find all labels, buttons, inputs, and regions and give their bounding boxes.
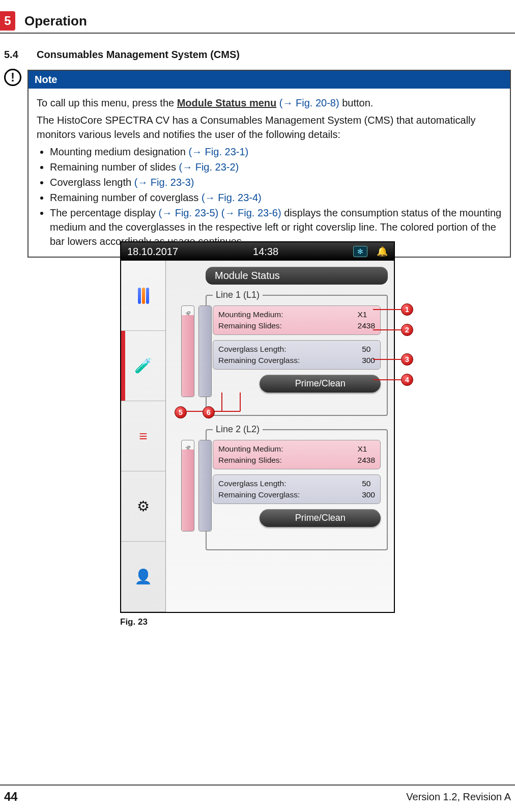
line1-remaining-cg: 300 xyxy=(362,356,375,365)
list-item: Remaining number of slides (→ Fig. 23-2) xyxy=(50,160,502,174)
line2-mm-fill xyxy=(182,450,194,531)
callout-6-lead-h xyxy=(215,411,240,412)
line2-prime-clean-button[interactable]: Prime/Clean xyxy=(260,509,381,527)
line1-mm-value: X1 xyxy=(358,310,375,319)
cg-len-label: Coverglass Length: xyxy=(218,479,355,488)
line2-cg-bar: 100% Coverglass xyxy=(198,440,212,531)
callout-4: 4 xyxy=(401,374,413,386)
user-icon: 👤 xyxy=(132,566,155,588)
callout-2: 2 xyxy=(401,324,413,336)
callout-1-lead xyxy=(373,309,401,310)
mm-name-label: Mounting Medium: xyxy=(218,444,351,454)
callout-5: 5 xyxy=(175,406,187,418)
page-number: 44 xyxy=(4,790,18,804)
screen-date: 18.10.2017 xyxy=(127,246,178,258)
markers-icon xyxy=(132,285,155,307)
section-title: Consumables Management System (CMS) xyxy=(37,49,240,61)
line2-cg-card: Coverglass Length: 50 Remaining Covergla… xyxy=(213,474,381,504)
line2-mm-value: X1 xyxy=(358,444,375,454)
rem-slides-label: Remaining Slides: xyxy=(218,456,351,465)
callout-6: 6 xyxy=(203,406,215,418)
note-intro-pre: To call up this menu, press the xyxy=(37,97,177,108)
line1-prime-clean-button[interactable]: Prime/Clean xyxy=(260,375,381,393)
figure-caption: Fig. 23 xyxy=(120,617,395,627)
line1-cg-length: 50 xyxy=(362,345,375,354)
chapter-number-badge: 5 xyxy=(0,11,15,31)
xref-fig-23-5[interactable]: (→ Fig. 23-5) xyxy=(158,207,218,218)
header-rule xyxy=(0,33,515,34)
line-2-group: Line 2 (L2) 90% Mounting Medium 100% xyxy=(206,424,388,550)
screen-topbar: 18.10.2017 14:38 ✻ 🔔 xyxy=(121,242,394,261)
status-indicator-icon: ✻ xyxy=(353,246,367,257)
sidebar-tab-settings[interactable]: ⚙ xyxy=(121,471,165,542)
callout-5-lead-v xyxy=(221,393,222,411)
version-label: Version 1.2, Revision A xyxy=(406,791,511,803)
sidebar-tab-programs[interactable]: ≡ xyxy=(121,401,165,471)
rem-cg-label: Remaining Coverglass: xyxy=(218,490,355,499)
callout-3-lead xyxy=(373,359,401,360)
section-heading: 5.4 Consumables Management System (CMS) xyxy=(4,49,511,61)
sidebar-tab-overview[interactable] xyxy=(121,261,165,331)
callout-3: 3 xyxy=(401,353,413,366)
line-2-legend: Line 2 (L2) xyxy=(213,424,263,435)
footer-rule xyxy=(0,785,515,786)
alarm-icon: 🔔 xyxy=(377,246,388,257)
line2-remaining-cg: 300 xyxy=(362,490,375,499)
xref-fig-23-4[interactable]: (→ Fig. 23-4) xyxy=(202,192,262,203)
line-1-legend: Line 1 (L1) xyxy=(213,290,263,300)
list-item: Mounting medium designation (→ Fig. 23-1… xyxy=(50,145,502,159)
line1-mm-fill xyxy=(182,315,194,397)
list-icon: ≡ xyxy=(132,425,155,447)
mm-name-label: Mounting Medium: xyxy=(218,310,351,319)
note-para2: The HistoCore SPECTRA CV has a Consumabl… xyxy=(37,113,502,142)
content-area: Module Status Line 1 (L1) 90% Mounting M… xyxy=(166,261,394,612)
module-status-screen: 18.10.2017 14:38 ✻ 🔔 🧪 ≡ ⚙ 👤 Module Stat… xyxy=(121,242,394,612)
sidebar-tab-module-status[interactable]: 🧪 xyxy=(121,331,165,401)
module-status-menu-link[interactable]: Module Status menu xyxy=(177,97,277,108)
xref-fig-20-8[interactable]: (→ Fig. 20-8) xyxy=(279,97,339,108)
line2-remaining-slides: 2438 xyxy=(358,456,375,465)
line1-cg-bar: 100% Coverglass xyxy=(198,305,212,397)
line2-mm-card: Mounting Medium: X1 Remaining Slides: 24… xyxy=(213,440,381,469)
callout-4-lead xyxy=(373,379,401,380)
panel-title: Module Status xyxy=(206,267,388,285)
xref-fig-23-1[interactable]: (→ Fig. 23-1) xyxy=(188,146,248,157)
figure-frame: 1 2 3 4 5 6 18.10.2017 14:38 ✻ 🔔 xyxy=(120,241,395,613)
line1-cg-card: Coverglass Length: 50 Remaining Covergla… xyxy=(213,340,381,370)
note-icon: ! xyxy=(4,69,21,86)
chapter-title: Operation xyxy=(24,13,87,29)
line1-mm-card: Mounting Medium: X1 Remaining Slides: 24… xyxy=(213,305,381,335)
note-box: ! Note To call up this menu, press the M… xyxy=(27,70,511,258)
callout-1: 1 xyxy=(401,303,413,316)
sidebar: 🧪 ≡ ⚙ 👤 xyxy=(121,261,166,612)
section-number: 5.4 xyxy=(4,49,24,61)
list-item: Coverglass length (→ Fig. 23-3) xyxy=(50,175,502,189)
section: 5.4 Consumables Management System (CMS) … xyxy=(4,49,511,258)
note-list: Mounting medium designation (→ Fig. 23-1… xyxy=(37,145,502,248)
note-intro-post: button. xyxy=(342,97,373,108)
cg-len-label: Coverglass Length: xyxy=(218,345,355,354)
list-item: Remaining number of coverglass (→ Fig. 2… xyxy=(50,190,502,205)
figure-23: 1 2 3 4 5 6 18.10.2017 14:38 ✻ 🔔 xyxy=(120,241,395,627)
xref-fig-23-6[interactable]: (→ Fig. 23-6) xyxy=(221,207,281,218)
line-1-group: Line 1 (L1) 90% Mounting Medium 100% xyxy=(206,290,388,416)
line2-cg-fill xyxy=(199,440,211,531)
screen-time: 14:38 xyxy=(253,246,278,258)
rem-cg-label: Remaining Coverglass: xyxy=(218,356,355,365)
sidebar-tab-user[interactable]: 👤 xyxy=(121,542,165,612)
line2-mm-bar: 90% Mounting Medium xyxy=(181,440,194,531)
line1-mm-bar: 90% Mounting Medium xyxy=(181,305,194,397)
note-label: Note xyxy=(28,71,510,89)
bottle-icon: 🧪 xyxy=(132,355,155,377)
line1-remaining-slides: 2438 xyxy=(358,321,375,330)
xref-fig-23-3[interactable]: (→ Fig. 23-3) xyxy=(134,177,194,188)
line1-cg-fill xyxy=(199,306,211,397)
xref-fig-23-2[interactable]: (→ Fig. 23-2) xyxy=(179,161,239,173)
rem-slides-label: Remaining Slides: xyxy=(218,321,351,330)
callout-6-lead-v xyxy=(240,393,241,411)
gear-icon: ⚙ xyxy=(132,495,155,518)
line2-cg-length: 50 xyxy=(362,479,375,488)
callout-2-lead xyxy=(373,329,401,330)
chapter-header: 5 Operation xyxy=(0,11,515,31)
